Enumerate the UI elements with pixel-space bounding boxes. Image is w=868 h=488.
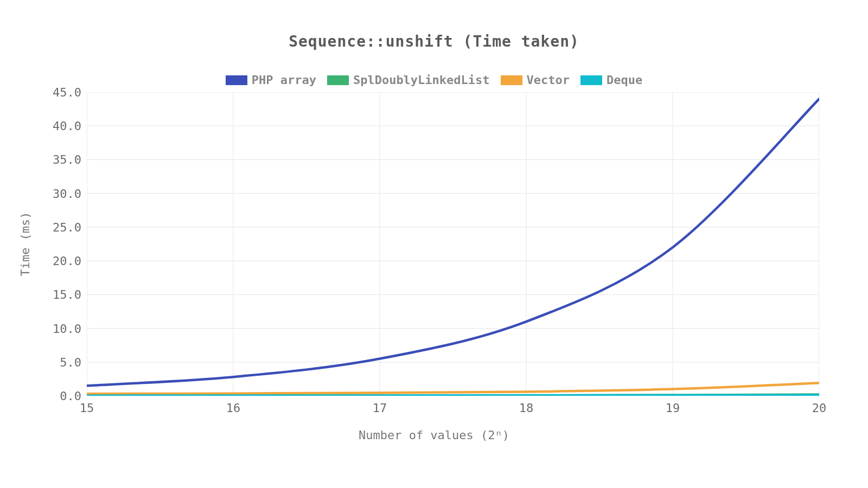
legend: PHP arraySplDoublyLinkedListVectorDeque	[0, 73, 868, 87]
chart-title: Sequence::unshift (Time taken)	[0, 33, 868, 50]
series-line	[87, 395, 819, 396]
y-tick: 5.0	[38, 355, 81, 369]
x-tick: 17	[363, 401, 396, 415]
y-axis-label: Time (ms)	[18, 211, 32, 276]
x-axis-label: Number of values (2ⁿ)	[0, 428, 868, 442]
gridlines	[87, 92, 819, 396]
legend-swatch	[580, 75, 602, 85]
x-tick: 16	[217, 401, 250, 415]
y-tick: 20.0	[38, 254, 81, 268]
plot-area	[87, 92, 819, 396]
y-tick: 15.0	[38, 288, 81, 301]
x-tick: 15	[71, 401, 103, 415]
legend-swatch	[226, 75, 247, 85]
series-group	[87, 99, 819, 395]
y-tick: 25.0	[38, 220, 81, 234]
y-tick: 30.0	[38, 187, 81, 200]
y-tick: 35.0	[38, 153, 81, 166]
legend-label: Vector	[527, 73, 570, 87]
legend-label: Deque	[607, 73, 642, 87]
legend-label: SplDoublyLinkedList	[353, 73, 490, 87]
series-line	[87, 99, 819, 386]
legend-item: SplDoublyLinkedList	[327, 73, 490, 87]
legend-item: PHP array	[226, 73, 316, 87]
legend-item: Deque	[580, 73, 642, 87]
legend-swatch	[327, 75, 349, 85]
y-tick: 10.0	[38, 322, 81, 335]
x-tick: 20	[803, 401, 835, 415]
y-tick: 45.0	[38, 86, 81, 99]
chart: Sequence::unshift (Time taken) PHP array…	[0, 0, 868, 488]
y-tick: 40.0	[38, 119, 81, 133]
x-tick: 18	[510, 401, 542, 415]
series-line	[87, 383, 819, 394]
legend-item: Vector	[501, 73, 570, 87]
legend-label: PHP array	[252, 73, 316, 87]
x-tick: 19	[656, 401, 689, 415]
plot-border	[87, 92, 819, 396]
y-tick: 0.0	[38, 389, 81, 403]
legend-swatch	[501, 75, 522, 85]
